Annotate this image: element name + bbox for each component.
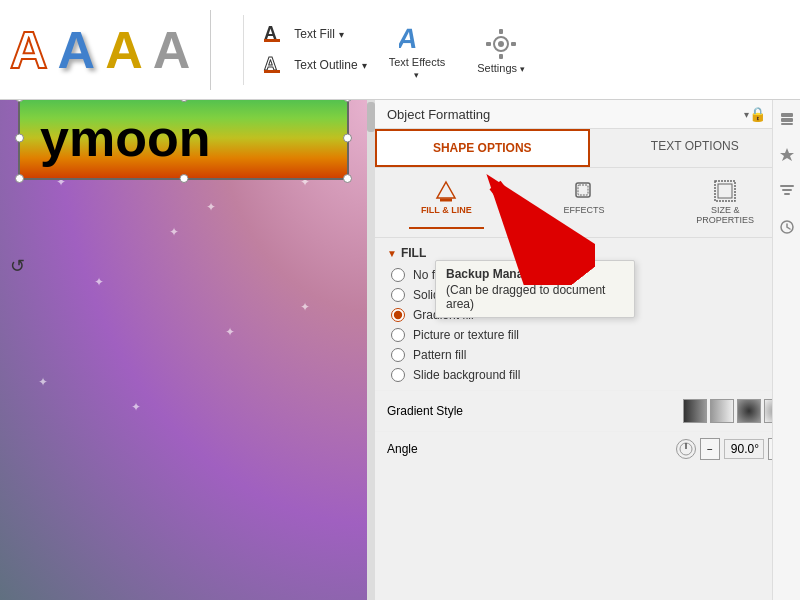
star-decoration: ✦ xyxy=(300,300,310,314)
svg-rect-19 xyxy=(781,113,793,117)
ribbon-text-group: A Text Fill ▾ A Text Outline ▾ xyxy=(256,20,372,80)
svg-marker-11 xyxy=(437,182,455,198)
svg-rect-14 xyxy=(578,185,588,195)
tab-effects[interactable]: EFFECTS xyxy=(551,176,616,229)
effects-label: EFFECTS xyxy=(563,205,604,215)
angle-circle-icon xyxy=(678,441,694,457)
main-tabs: SHAPE OPTIONS TEXT OPTIONS xyxy=(375,129,800,168)
star-decoration: ✦ xyxy=(131,400,141,414)
svg-rect-9 xyxy=(486,42,491,46)
fill-line-icon xyxy=(435,180,457,202)
slide-text: ymoon xyxy=(40,108,327,168)
slide-area: ✦ ✦ ✦ ✦ ✦ ✦ ✦ ✦ ✦ ✦ ↺ xyxy=(0,100,375,600)
letter-a-solid: A xyxy=(105,24,143,76)
size-properties-icon xyxy=(714,180,736,202)
side-icon-layers[interactable] xyxy=(776,108,798,130)
star-icon xyxy=(779,147,795,163)
section-arrow: ▼ xyxy=(387,248,397,259)
gradient-swatch-1[interactable] xyxy=(683,399,707,423)
handle-bottom-left[interactable] xyxy=(15,174,24,183)
letter-a-outline: A xyxy=(10,24,48,76)
settings-label: Settings ▾ xyxy=(477,62,525,74)
slide-scrollbar[interactable] xyxy=(367,100,375,600)
text-effects-button[interactable]: A Text Effects ▾ xyxy=(373,16,462,84)
letter-a-plain: A xyxy=(153,24,191,76)
handle-middle-right[interactable] xyxy=(343,134,352,143)
star-decoration: ✦ xyxy=(38,375,48,389)
star-decoration: ✦ xyxy=(169,225,179,239)
gradient-swatch-2[interactable] xyxy=(710,399,734,423)
svg-point-6 xyxy=(498,41,504,47)
svg-rect-24 xyxy=(782,189,792,191)
svg-text:A: A xyxy=(399,22,421,54)
svg-rect-21 xyxy=(781,123,793,125)
slide-bg-fill-label: Slide background fill xyxy=(413,368,520,382)
tooltip-description: (Can be dragged to document area) xyxy=(446,283,624,311)
handle-bottom-right[interactable] xyxy=(343,174,352,183)
handle-top-left[interactable] xyxy=(15,100,24,102)
svg-rect-3 xyxy=(264,70,280,73)
radio-gradient-fill[interactable] xyxy=(391,308,405,322)
text-outline-button[interactable]: A Text Outline ▾ xyxy=(256,51,372,80)
handle-top-right[interactable] xyxy=(343,100,352,102)
radio-slide-bg-fill[interactable] xyxy=(391,368,405,382)
radio-no-fill[interactable] xyxy=(391,268,405,282)
letter-samples: A A A A xyxy=(10,10,211,90)
rotate-handle[interactable]: ↺ xyxy=(10,255,25,277)
icon-tabs: FILL & LINE EFFECTS SIZE &PROPERTIES xyxy=(375,168,800,238)
settings-button[interactable]: Settings ▾ xyxy=(461,22,541,78)
slide-canvas: ✦ ✦ ✦ ✦ ✦ ✦ ✦ ✦ ✦ ✦ ↺ xyxy=(0,100,375,600)
tab-fill-line[interactable]: FILL & LINE xyxy=(409,176,484,229)
pattern-fill-label: Pattern fill xyxy=(413,348,466,362)
side-icon-history[interactable] xyxy=(776,216,798,238)
svg-rect-10 xyxy=(511,42,516,46)
settings-icon xyxy=(483,26,519,62)
fill-option-pattern[interactable]: Pattern fill xyxy=(391,348,784,362)
svg-rect-1 xyxy=(264,39,280,42)
angle-label: Angle xyxy=(387,442,668,456)
panel-header: Object Formatting ▾ 🔒 ✕ xyxy=(375,100,800,129)
svg-rect-16 xyxy=(718,184,732,198)
side-icon-star[interactable] xyxy=(776,144,798,166)
text-fill-button[interactable]: A Text Fill ▾ xyxy=(256,20,372,49)
text-effects-icon: A xyxy=(399,20,435,56)
text-fill-label: Text Fill xyxy=(294,27,335,41)
text-fill-icon: A xyxy=(262,23,290,46)
slide-scroll-thumb[interactable] xyxy=(367,102,375,132)
tab-text-options[interactable]: TEXT OPTIONS xyxy=(590,129,801,167)
handle-middle-left[interactable] xyxy=(15,134,24,143)
handle-bottom-middle[interactable] xyxy=(179,174,188,183)
tooltip-title: Backup Manager xyxy=(446,267,624,281)
side-icon-filter[interactable] xyxy=(776,180,798,202)
history-icon xyxy=(779,219,795,235)
side-icons-panel xyxy=(772,100,800,600)
gradient-swatch-3[interactable] xyxy=(737,399,761,423)
main-area: ✦ ✦ ✦ ✦ ✦ ✦ ✦ ✦ ✦ ✦ ↺ xyxy=(0,100,800,600)
filter-icon xyxy=(779,183,795,199)
fill-option-slide-bg[interactable]: Slide background fill xyxy=(391,368,784,382)
format-panel: Object Formatting ▾ 🔒 ✕ SHAPE OPTIONS TE… xyxy=(375,100,800,600)
text-box[interactable]: ymoon xyxy=(18,100,349,180)
lock-icon: 🔒 xyxy=(749,106,766,122)
fill-option-picture[interactable]: Picture or texture fill xyxy=(391,328,784,342)
text-outline-icon: A xyxy=(262,54,290,77)
angle-minus-button[interactable]: − xyxy=(700,438,720,460)
gradient-style-label: Gradient Style xyxy=(387,404,675,418)
tab-shape-options[interactable]: SHAPE OPTIONS xyxy=(375,129,590,167)
fill-section-label: FILL xyxy=(401,246,426,260)
radio-pattern-fill[interactable] xyxy=(391,348,405,362)
svg-rect-25 xyxy=(784,193,790,195)
svg-rect-20 xyxy=(781,118,793,122)
text-effects-label: Text Effects ▾ xyxy=(389,56,446,80)
handle-top-middle[interactable] xyxy=(179,100,188,102)
gradient-style-row: Gradient Style xyxy=(375,390,800,431)
svg-rect-7 xyxy=(499,29,503,34)
angle-value: 90.0° xyxy=(724,439,764,459)
radio-picture-fill[interactable] xyxy=(391,328,405,342)
tab-size-properties[interactable]: SIZE &PROPERTIES xyxy=(684,176,766,229)
text-outline-dropdown[interactable]: ▾ xyxy=(362,60,367,71)
text-fill-dropdown[interactable]: ▾ xyxy=(339,29,344,40)
svg-rect-8 xyxy=(499,54,503,59)
picture-fill-label: Picture or texture fill xyxy=(413,328,519,342)
radio-solid-fill[interactable] xyxy=(391,288,405,302)
